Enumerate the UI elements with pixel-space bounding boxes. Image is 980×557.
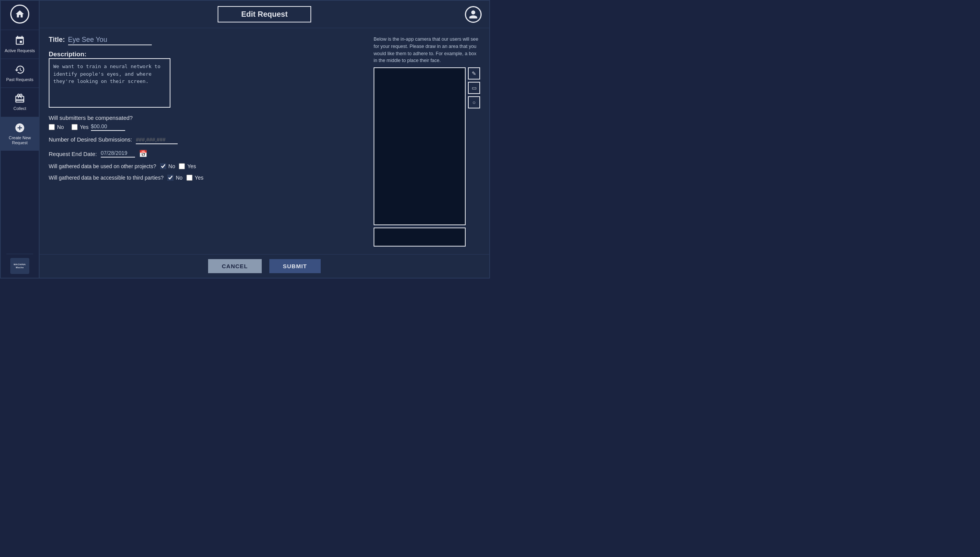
submit-button[interactable]: SUBMIT xyxy=(269,259,321,273)
third-parties-no-label: No xyxy=(176,174,182,181)
compensation-yes-option: Yes xyxy=(72,123,125,131)
other-projects-yes-label: Yes xyxy=(187,163,196,169)
camera-canvas-wrapper xyxy=(374,67,466,246)
sidebar-item-active-requests-label: Active Requests xyxy=(5,48,35,53)
third-parties-yes-label: Yes xyxy=(195,174,203,181)
end-date-label: Request End Date: xyxy=(49,151,97,157)
create-new-request-icon xyxy=(15,122,25,133)
end-date-input[interactable] xyxy=(101,150,135,158)
third-parties-no-option: No xyxy=(168,174,182,181)
end-date-row: Request End Date: 📅 xyxy=(49,150,365,158)
sidebar-footer: MACHINA Mache xyxy=(7,254,33,278)
compensation-no-option: No xyxy=(49,124,64,130)
collect-icon xyxy=(15,93,25,104)
sidebar-item-past-requests-label: Past Requests xyxy=(6,77,34,82)
compensation-yes-checkbox[interactable] xyxy=(72,124,78,130)
camera-description: Below is the in-app camera that our user… xyxy=(374,36,480,64)
home-button[interactable] xyxy=(10,5,29,24)
camera-section: Below is the in-app camera that our user… xyxy=(374,36,480,246)
sidebar-item-create-new-request[interactable]: Create New Request xyxy=(1,117,39,151)
other-projects-row: Will gathered data be used on other proj… xyxy=(49,163,365,169)
compensation-no-checkbox[interactable] xyxy=(49,124,55,130)
sidebar: Active Requests Past Requests Collect xyxy=(1,1,39,278)
user-profile-button[interactable] xyxy=(465,6,482,23)
camera-preview-bottom xyxy=(374,228,466,246)
title-row: Title: xyxy=(49,36,365,45)
sidebar-item-collect[interactable]: Collect xyxy=(1,88,39,116)
camera-preview-main[interactable] xyxy=(374,67,466,225)
other-projects-question: Will gathered data be used on other proj… xyxy=(49,163,156,169)
title-input[interactable] xyxy=(68,36,152,45)
camera-tools: ✎ ▭ ○ xyxy=(468,67,480,246)
compensation-question: Will submitters be compensated? xyxy=(49,114,365,121)
third-parties-question: Will gathered data be accessible to thir… xyxy=(49,174,164,181)
sidebar-nav: Active Requests Past Requests Collect xyxy=(1,30,39,254)
content-area: Title: Description: We want to train a n… xyxy=(39,28,489,254)
other-projects-no-checkbox[interactable] xyxy=(160,163,166,169)
description-textarea[interactable]: We want to train a neural network to ide… xyxy=(49,58,171,107)
third-parties-yes-checkbox[interactable] xyxy=(186,174,192,181)
compensation-section: Will submitters be compensated? No Yes xyxy=(49,114,365,131)
home-icon xyxy=(15,9,25,19)
app-logo: MACHINA Mache xyxy=(10,258,29,274)
sidebar-item-collect-label: Collect xyxy=(13,106,26,111)
description-label: Description: xyxy=(49,50,365,58)
pencil-icon: ✎ xyxy=(472,70,476,77)
rectangle-tool-button[interactable]: ▭ xyxy=(468,82,480,94)
other-projects-yes-option: Yes xyxy=(179,163,196,169)
sidebar-item-active-requests[interactable]: Active Requests xyxy=(1,30,39,59)
third-parties-no-checkbox[interactable] xyxy=(168,174,174,181)
compensation-amount-input[interactable] xyxy=(91,123,125,131)
calendar-icon[interactable]: 📅 xyxy=(139,150,147,158)
third-parties-yes-option: Yes xyxy=(186,174,203,181)
description-section: Description: We want to train a neural n… xyxy=(49,50,365,109)
logo-line2: Mache xyxy=(16,266,24,269)
other-projects-no-label: No xyxy=(169,163,175,169)
other-projects-no-option: No xyxy=(160,163,175,169)
main-content: Edit Request Title: Description: We want… xyxy=(39,1,489,278)
title-label: Title: xyxy=(49,36,65,44)
active-requests-icon xyxy=(15,35,25,46)
circle-icon: ○ xyxy=(472,99,475,105)
page-title: Edit Request xyxy=(218,6,311,23)
third-parties-row: Will gathered data be accessible to thir… xyxy=(49,174,365,181)
camera-area: ✎ ▭ ○ xyxy=(374,67,480,246)
submissions-input[interactable] xyxy=(136,137,177,144)
past-requests-icon xyxy=(15,64,25,75)
circle-tool-button[interactable]: ○ xyxy=(468,96,480,108)
cancel-button[interactable]: CANCEL xyxy=(208,259,262,273)
logo-line1: MACHINA xyxy=(14,263,26,265)
header: Edit Request xyxy=(39,1,489,28)
other-projects-yes-checkbox[interactable] xyxy=(179,163,185,169)
form-section: Title: Description: We want to train a n… xyxy=(49,36,365,246)
compensation-no-label: No xyxy=(57,124,64,130)
rectangle-icon: ▭ xyxy=(472,85,477,91)
submissions-label: Number of Desired Submissions: xyxy=(49,136,132,143)
submissions-row: Number of Desired Submissions: xyxy=(49,136,365,144)
footer: CANCEL SUBMIT xyxy=(39,254,489,278)
user-icon xyxy=(468,10,478,20)
compensation-yes-label: Yes xyxy=(80,124,89,130)
sidebar-item-past-requests[interactable]: Past Requests xyxy=(1,59,39,88)
pencil-tool-button[interactable]: ✎ xyxy=(468,67,480,80)
sidebar-item-create-new-request-label: Create New Request xyxy=(4,135,36,145)
